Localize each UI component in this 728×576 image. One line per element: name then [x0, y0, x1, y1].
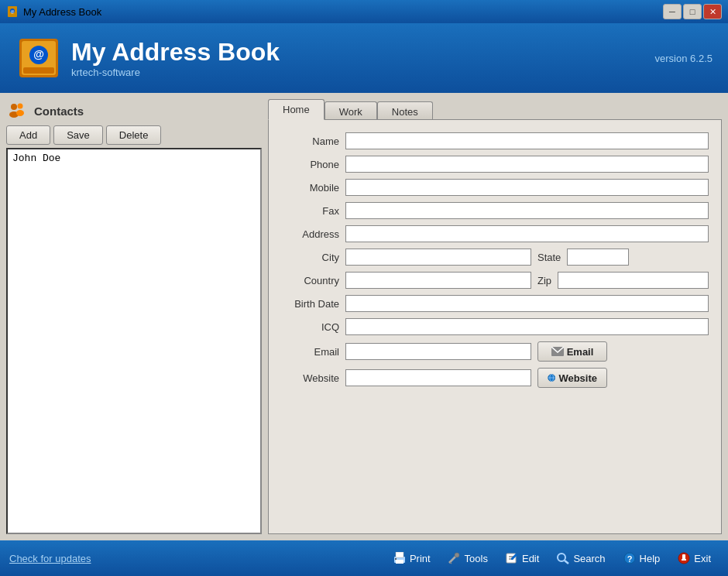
birthdate-label: Birth Date	[281, 298, 339, 310]
save-contact-button[interactable]: Save	[53, 125, 103, 145]
svg-text:@: @	[33, 48, 44, 60]
title-buttons: ─ □ ✕	[663, 4, 722, 19]
contacts-list[interactable]: John Doe	[6, 148, 262, 534]
minimize-button[interactable]: ─	[663, 4, 682, 19]
svg-point-11	[16, 110, 24, 116]
tools-icon	[448, 552, 462, 564]
state-input[interactable]	[567, 249, 629, 266]
app-title: My Address Book	[71, 38, 280, 67]
right-panel: Home Work Notes Name Phone Mobile	[268, 99, 722, 534]
phone-row: Phone	[281, 156, 709, 173]
icq-input[interactable]	[345, 318, 709, 335]
svg-point-27	[558, 554, 565, 561]
help-icon: ?	[623, 552, 637, 564]
app-header-left: @ My Address Book krtech-software	[15, 35, 280, 81]
country-input[interactable]	[345, 272, 531, 289]
website-icon	[548, 372, 555, 384]
name-row: Name	[281, 132, 709, 149]
email-row: Email Email	[281, 341, 709, 362]
mobile-row: Mobile	[281, 179, 709, 196]
form-panel: Name Phone Mobile Fax Address	[268, 119, 722, 534]
contacts-buttons: Add Save Delete	[6, 125, 262, 145]
mobile-label: Mobile	[281, 182, 339, 194]
website-input[interactable]	[345, 369, 531, 386]
svg-text:?: ?	[627, 554, 632, 564]
website-label: Website	[281, 372, 339, 384]
website-button[interactable]: Website	[537, 368, 607, 388]
phone-input[interactable]	[345, 156, 709, 173]
print-button[interactable]: Print	[385, 549, 438, 567]
tab-bar: Home Work Notes	[268, 99, 722, 120]
address-input[interactable]	[345, 225, 709, 242]
zip-label: Zip	[537, 275, 551, 286]
exit-button[interactable]: Exit	[669, 549, 719, 567]
search-label: Search	[573, 553, 605, 564]
status-bar: Check for updates Print Tools	[0, 540, 728, 576]
birthdate-input[interactable]	[345, 295, 709, 312]
svg-point-21	[455, 553, 459, 557]
fax-input[interactable]	[345, 202, 709, 219]
city-label: City	[281, 252, 339, 263]
tools-label: Tools	[465, 553, 488, 564]
contacts-icon	[6, 102, 28, 119]
mobile-input[interactable]	[345, 179, 709, 196]
help-button[interactable]: ? Help	[615, 549, 668, 567]
svg-line-20	[449, 557, 455, 563]
title-bar-left: @ My Address Book	[6, 5, 101, 18]
check-updates-link[interactable]: Check for updates	[9, 553, 91, 564]
title-text: My Address Book	[23, 6, 101, 18]
svg-line-22	[450, 562, 452, 564]
maximize-button[interactable]: □	[683, 4, 702, 19]
address-label: Address	[281, 228, 339, 240]
phone-label: Phone	[281, 159, 339, 170]
status-icons: Print Tools Edit Search	[385, 549, 719, 567]
svg-rect-17	[396, 552, 403, 557]
search-button[interactable]: Search	[548, 549, 613, 567]
close-button[interactable]: ✕	[703, 4, 722, 19]
app-title-area: My Address Book krtech-software	[71, 38, 280, 78]
exit-label: Exit	[694, 553, 711, 564]
birthdate-row: Birth Date	[281, 295, 709, 312]
email-input[interactable]	[345, 343, 531, 360]
svg-rect-19	[395, 558, 397, 560]
icq-row: ICQ	[281, 318, 709, 335]
delete-contact-button[interactable]: Delete	[106, 125, 162, 145]
svg-point-8	[11, 104, 17, 110]
app-header: @ My Address Book krtech-software versio…	[0, 23, 728, 93]
left-panel: Contacts Add Save Delete John Doe	[6, 99, 262, 534]
print-icon	[393, 552, 407, 564]
main-content: Contacts Add Save Delete John Doe Home W…	[0, 93, 728, 540]
edit-label: Edit	[522, 553, 539, 564]
app-subtitle: krtech-software	[71, 67, 280, 78]
country-label: Country	[281, 275, 339, 286]
tools-button[interactable]: Tools	[440, 549, 496, 567]
svg-rect-32	[682, 554, 685, 560]
svg-line-28	[565, 561, 568, 564]
svg-rect-18	[396, 560, 403, 564]
address-row: Address	[281, 225, 709, 242]
icq-label: ICQ	[281, 321, 339, 333]
app-version: version 6.2.5	[655, 53, 713, 64]
edit-button[interactable]: Edit	[497, 549, 547, 567]
name-label: Name	[281, 135, 339, 147]
email-label: Email	[281, 346, 339, 358]
exit-icon	[677, 552, 691, 564]
email-button[interactable]: Email	[537, 341, 607, 362]
search-icon	[556, 552, 570, 564]
svg-point-10	[18, 104, 23, 109]
contacts-label: Contacts	[34, 105, 84, 118]
tab-home[interactable]: Home	[268, 99, 325, 120]
name-input[interactable]	[345, 132, 709, 149]
fax-row: Fax	[281, 202, 709, 219]
city-input[interactable]	[345, 249, 531, 266]
app-icon: @	[6, 5, 19, 18]
fax-label: Fax	[281, 205, 339, 217]
app-logo-icon: @	[15, 35, 62, 81]
zip-input[interactable]	[558, 272, 709, 289]
country-zip-row: Country Zip	[281, 272, 709, 289]
list-item[interactable]: John Doe	[9, 151, 259, 166]
svg-text:@: @	[10, 9, 14, 14]
state-label: State	[537, 252, 561, 263]
email-icon	[551, 347, 564, 356]
add-contact-button[interactable]: Add	[6, 125, 50, 145]
